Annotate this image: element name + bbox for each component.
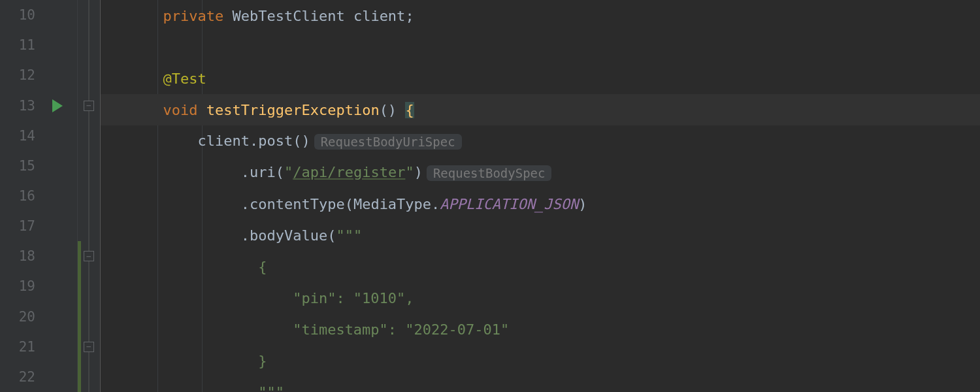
- gutter-row[interactable]: 10: [0, 0, 77, 30]
- type: WebTestClient: [232, 8, 344, 24]
- code-line[interactable]: .contentType(MediaType.APPLICATION_JSON): [101, 188, 980, 220]
- code-line[interactable]: "pin": "1010",: [101, 282, 980, 314]
- gutter-row[interactable]: 15: [0, 151, 77, 181]
- vcs-change-marker[interactable]: [78, 362, 81, 392]
- gutter-row[interactable]: 12: [0, 60, 77, 90]
- line-number: 17: [0, 218, 39, 234]
- code-line[interactable]: client.post()RequestBodyUriSpec: [101, 125, 980, 157]
- identifier: client: [197, 133, 249, 149]
- identifier: client: [353, 8, 405, 24]
- code-line[interactable]: .bodyValue(""": [101, 220, 980, 251]
- code-line[interactable]: """: [101, 376, 980, 392]
- method-call: uri: [250, 164, 276, 180]
- line-number: 21: [0, 339, 39, 355]
- gutter-row[interactable]: 20: [0, 302, 77, 332]
- vcs-change-marker[interactable]: [78, 241, 81, 271]
- inlay-hint: RequestBodyUriSpec: [314, 134, 462, 150]
- gutter: 10 11 12 13 14 15 16 17 18 19 20 21 22: [0, 0, 77, 392]
- line-number: 12: [0, 67, 39, 83]
- string: "timestamp": "2022-07-01": [293, 321, 509, 338]
- string: {: [258, 259, 267, 275]
- gutter-row[interactable]: 16: [0, 181, 77, 211]
- fold-toggle-icon[interactable]: [84, 251, 94, 261]
- inlay-hint: RequestBodySpec: [427, 165, 552, 181]
- line-number: 13: [0, 98, 39, 114]
- keyword: private: [163, 8, 223, 24]
- gutter-row[interactable]: 19: [0, 271, 77, 301]
- code-area[interactable]: private WebTestClient client; @Test void…: [101, 0, 980, 392]
- code-line[interactable]: }: [101, 345, 980, 376]
- code-line[interactable]: {: [101, 251, 980, 282]
- fold-strip: [77, 0, 101, 392]
- gutter-row[interactable]: 18: [0, 241, 77, 271]
- annotation: @Test: [163, 71, 206, 87]
- punct: ;: [405, 8, 414, 24]
- brace: {: [405, 102, 414, 118]
- code-line[interactable]: [101, 31, 980, 63]
- code-editor[interactable]: 10 11 12 13 14 15 16 17 18 19 20 21 22: [0, 0, 980, 392]
- method-call: bodyValue: [250, 227, 327, 244]
- code-line[interactable]: .uri("/api/register")RequestBodySpec: [101, 157, 980, 188]
- line-number: 16: [0, 188, 39, 204]
- fold-toggle-icon[interactable]: [84, 101, 94, 111]
- code-line-current[interactable]: void testTriggerException() {: [101, 94, 980, 125]
- gutter-row[interactable]: 11: [0, 30, 77, 60]
- class-ref: MediaType: [353, 196, 431, 212]
- gutter-row[interactable]: 22: [0, 362, 77, 392]
- line-number: 11: [0, 37, 39, 53]
- method-decl: testTriggerException: [206, 102, 380, 118]
- run-test-icon[interactable]: [52, 99, 63, 112]
- keyword: void: [163, 102, 197, 118]
- text-block-close: """: [258, 384, 284, 393]
- fold-toggle-icon[interactable]: [84, 342, 94, 352]
- string: }: [258, 353, 267, 369]
- punct: (): [380, 102, 397, 118]
- line-number: 19: [0, 278, 39, 294]
- static-const: APPLICATION_JSON: [440, 196, 578, 212]
- vcs-change-marker[interactable]: [78, 332, 81, 362]
- line-number: 14: [0, 128, 39, 144]
- line-number: 22: [0, 369, 39, 385]
- gutter-row[interactable]: 14: [0, 121, 77, 151]
- gutter-row[interactable]: 21: [0, 332, 77, 362]
- method-call: post: [258, 133, 293, 149]
- line-number: 10: [0, 7, 39, 23]
- gutter-row[interactable]: 17: [0, 211, 77, 241]
- code-line[interactable]: @Test: [101, 63, 980, 94]
- line-number: 15: [0, 158, 39, 174]
- method-call: contentType: [250, 196, 345, 212]
- string-url[interactable]: /api/register: [293, 164, 405, 180]
- code-line[interactable]: "timestamp": "2022-07-01": [101, 314, 980, 345]
- gutter-row[interactable]: 13: [0, 90, 77, 120]
- text-block-open: """: [336, 227, 362, 244]
- vcs-change-marker[interactable]: [78, 271, 81, 301]
- code-line[interactable]: private WebTestClient client;: [101, 0, 980, 31]
- line-number: 18: [0, 248, 39, 264]
- line-number: 20: [0, 309, 39, 325]
- string: "pin": "1010",: [293, 290, 414, 306]
- vcs-change-marker[interactable]: [78, 302, 81, 332]
